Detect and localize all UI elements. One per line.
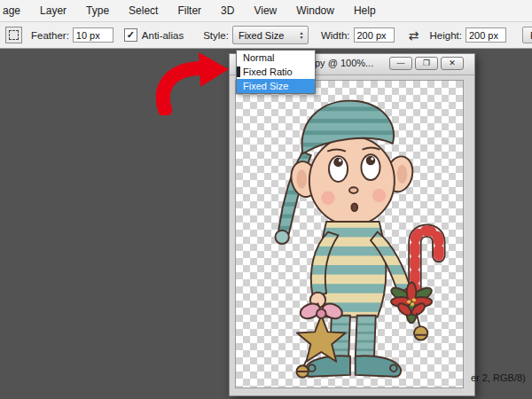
height-label: Height: bbox=[430, 30, 462, 41]
combo-down-icon: ▼ bbox=[299, 35, 303, 40]
combo-arrows-icon: ▲ ▼ bbox=[295, 31, 308, 40]
anti-alias-label: Anti-alias bbox=[142, 30, 184, 41]
poinsettia-icon bbox=[389, 282, 434, 323]
dropdown-option-fixed-size[interactable]: Fixed Size bbox=[237, 79, 315, 93]
document-window: py @ 100%... — ❐ ✕ bbox=[229, 53, 475, 396]
menu-item-3d[interactable]: 3D bbox=[211, 0, 244, 21]
document-canvas[interactable] bbox=[235, 80, 464, 388]
dropdown-option-normal[interactable]: Normal bbox=[237, 51, 315, 65]
swap-dimensions-button[interactable]: ⇄ bbox=[405, 27, 423, 43]
menu-item-view[interactable]: View bbox=[244, 0, 286, 21]
current-option-marker bbox=[237, 66, 240, 77]
marquee-icon bbox=[9, 30, 19, 40]
close-button[interactable]: ✕ bbox=[441, 57, 464, 70]
document-title: py @ 100%... bbox=[315, 58, 373, 68]
menu-item-filter[interactable]: Filter bbox=[168, 0, 211, 21]
elf-illustration bbox=[243, 84, 456, 384]
anti-alias-checkbox[interactable]: ✓ bbox=[124, 28, 137, 42]
menu-item-window[interactable]: Window bbox=[286, 0, 344, 21]
menu-item-help[interactable]: Help bbox=[344, 0, 386, 21]
menu-item-layer[interactable]: Layer bbox=[30, 0, 76, 21]
feather-label: Feather: bbox=[31, 30, 69, 41]
feather-input[interactable] bbox=[73, 27, 113, 43]
maximize-button[interactable]: ❐ bbox=[415, 57, 438, 70]
menu-item-select[interactable]: Select bbox=[119, 0, 168, 21]
menu-bar: age Layer Type Select Filter 3D View Win… bbox=[0, 0, 532, 22]
menu-item-image[interactable]: age bbox=[0, 0, 30, 21]
height-input[interactable] bbox=[466, 27, 506, 43]
status-bar-fragment: er 2, RGB/8) bbox=[471, 372, 526, 383]
width-label: Width: bbox=[321, 30, 350, 41]
dropdown-option-fixed-ratio[interactable]: Fixed Ratio bbox=[237, 65, 315, 79]
window-controls: — ❐ ✕ bbox=[389, 57, 464, 70]
style-dropdown-list: Normal Fixed Ratio Fixed Size bbox=[236, 50, 316, 94]
dropdown-option-label: Fixed Ratio bbox=[243, 66, 293, 77]
style-combo-value: Fixed Size bbox=[233, 30, 295, 41]
style-label: Style: bbox=[203, 30, 229, 41]
style-combo[interactable]: Fixed Size ▲ ▼ bbox=[232, 26, 309, 44]
tool-preset-icon[interactable] bbox=[5, 27, 22, 43]
tool-options-bar: Feather: ✓ Anti-alias Style: Fixed Size … bbox=[0, 22, 532, 49]
menu-item-type[interactable]: Type bbox=[76, 0, 119, 21]
refine-edge-button[interactable]: Re bbox=[522, 27, 532, 43]
minimize-button[interactable]: — bbox=[389, 57, 412, 70]
width-input[interactable] bbox=[354, 27, 395, 43]
red-arrow-annotation bbox=[135, 43, 234, 115]
